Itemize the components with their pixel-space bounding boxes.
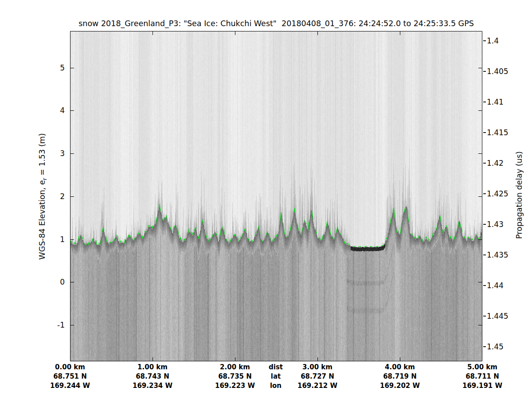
latitude-label: 68.711 N (451, 372, 513, 381)
longitude-label: 169.244 W (39, 381, 101, 391)
right-axis-tick-label: 1.445 (487, 311, 518, 321)
right-axis-tick-mark (483, 163, 486, 164)
right-axis-tick-mark (483, 285, 486, 286)
echogram-figure: snow 2018_Greenland_P3: "Sea Ice: Chukch… (0, 0, 532, 399)
right-axis-tick-label: 1.4 (487, 35, 518, 46)
echogram-image (70, 31, 482, 361)
bottom-axis-column: 5.00 km68.711 N169.191 W (451, 363, 513, 391)
right-axis-tick-mark (483, 224, 486, 225)
left-axis-tick-label: 1 (27, 234, 65, 245)
latitude-label: 68.743 N (121, 372, 184, 381)
axis-row-header-lat: lat (245, 372, 307, 381)
right-axis-tick-mark (483, 254, 486, 255)
bottom-axis-column: 0.00 km68.751 N169.244 W (39, 363, 101, 391)
distance-label: 5.00 km (451, 363, 513, 372)
bottom-axis-column: 4.00 km68.719 N169.202 W (369, 363, 431, 391)
right-axis-tick-mark (483, 132, 486, 133)
right-axis-tick-label: 1.405 (487, 66, 518, 77)
right-axis-tick-mark (483, 193, 486, 194)
right-axis-tick-label: 1.45 (487, 341, 518, 352)
left-axis-tick-label: 0 (27, 277, 65, 287)
latitude-label: 68.719 N (369, 372, 431, 381)
longitude-label: 169.234 W (121, 381, 184, 391)
right-axis-tick-label: 1.42 (487, 158, 518, 168)
distance-label: 0.00 km (39, 363, 101, 372)
right-axis-tick-label: 1.41 (487, 97, 518, 107)
distance-label: 4.00 km (369, 363, 431, 372)
right-axis-tick-mark (483, 40, 486, 41)
distance-label: 1.00 km (121, 363, 184, 372)
right-axis-tick-mark (483, 346, 486, 347)
left-axis-tick-label: 3 (27, 148, 65, 159)
bottom-axis-column: 1.00 km68.743 N169.234 W (121, 363, 184, 391)
right-axis-tick-mark (483, 71, 486, 72)
axis-row-header-lon: lon (245, 381, 307, 391)
left-axis-tick-label: -1 (27, 320, 65, 330)
right-axis-tick-label: 1.43 (487, 219, 518, 230)
plot-title: snow 2018_Greenland_P3: "Sea Ice: Chukch… (61, 19, 491, 28)
left-axis-tick-label: 5 (27, 63, 65, 73)
left-axis-tick-label: 2 (27, 191, 65, 202)
left-axis-label-subscript: r (42, 178, 48, 180)
right-axis-tick-label: 1.415 (487, 127, 518, 138)
axis-row-header-dist: dist (245, 363, 307, 372)
right-axis-tick-label: 1.435 (487, 250, 518, 260)
right-axis-tick-mark (483, 316, 486, 317)
right-axis-tick-label: 1.425 (487, 188, 518, 199)
latitude-label: 68.751 N (39, 372, 101, 381)
left-axis-tick-label: 4 (27, 105, 65, 116)
bottom-axis-row-headers: distlatlon (245, 363, 307, 391)
longitude-label: 169.191 W (451, 381, 513, 391)
right-axis-tick-mark (483, 102, 486, 102)
right-axis-tick-label: 1.44 (487, 280, 518, 291)
longitude-label: 169.202 W (369, 381, 431, 391)
